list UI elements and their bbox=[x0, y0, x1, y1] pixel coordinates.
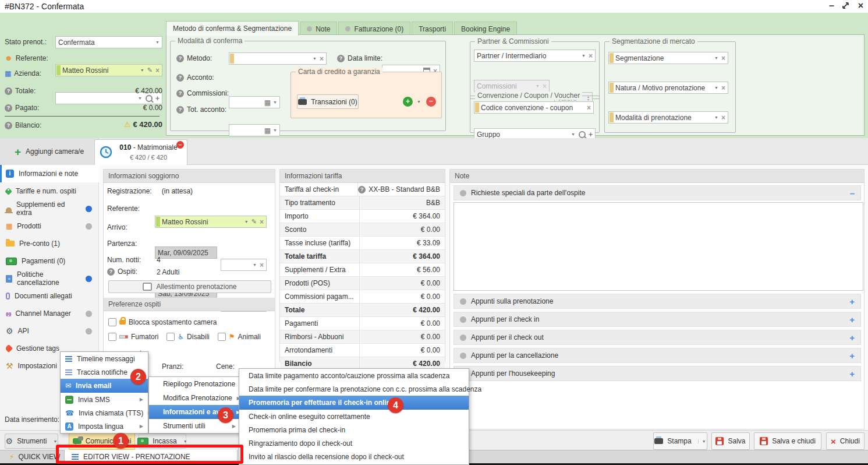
chevron-down-icon[interactable]: ▼ bbox=[273, 128, 277, 132]
fumatori-checkbox[interactable] bbox=[108, 333, 116, 341]
sidebar-item-pagamenti[interactable]: Pagamenti (0) bbox=[0, 252, 99, 270]
tab-trasporti[interactable]: Trasporti bbox=[412, 22, 453, 36]
expand-icon[interactable]: + bbox=[849, 351, 855, 361]
maximize-icon[interactable] bbox=[842, 2, 849, 11]
chevron-down-icon[interactable]: ▼ bbox=[140, 68, 144, 72]
chevron-down-icon[interactable]: ▼ bbox=[313, 57, 317, 61]
strumenti-button[interactable]: ⚙ Strumenti ▼ bbox=[5, 434, 58, 449]
close-window-icon[interactable]: × bbox=[858, 1, 863, 11]
remove-card-icon[interactable]: – bbox=[426, 97, 436, 107]
referente-combo[interactable]: Matteo Rossini ▼✎× bbox=[55, 64, 162, 76]
menu-item-invia-sms[interactable]: ••• Invia SMS ▶ bbox=[61, 393, 148, 406]
metodo-combo[interactable]: ▼× bbox=[229, 52, 327, 65]
room-tab-010[interactable]: 010 - Matrimoniale € 420 / € 420 – bbox=[94, 139, 187, 165]
menu-item-imposta-lingua[interactable]: A Imposta lingua ▶ bbox=[61, 420, 148, 433]
calculator-icon[interactable]: ▦ bbox=[264, 99, 271, 106]
chevron-down-icon[interactable]: ▼ bbox=[714, 56, 718, 60]
natura-motivo-combo[interactable]: Natura / Motivo prenotazione ▼× bbox=[608, 82, 728, 94]
calculator-icon[interactable]: ▦ bbox=[264, 127, 271, 134]
note-section-richieste[interactable]: Richieste speciali da parte dell'ospite … bbox=[454, 185, 861, 200]
clear-icon[interactable]: × bbox=[155, 67, 160, 74]
chevron-down-icon[interactable]: ▼ bbox=[417, 100, 421, 104]
edit-icon[interactable]: ✎ bbox=[251, 218, 257, 226]
chevron-down-icon[interactable]: ▼ bbox=[155, 40, 160, 44]
sidebar-item-preconto[interactable]: Pre-conto (1) bbox=[0, 235, 99, 252]
sidebar-item-informazioni[interactable]: iInformazioni e note bbox=[0, 165, 99, 182]
tab-metodo-conferma[interactable]: Metodo di conferma & Segmentazione bbox=[166, 21, 299, 36]
menu-item-checkin-online-eseguito[interactable]: Check-in online eseguito correttamente bbox=[239, 410, 469, 423]
clear-icon[interactable]: × bbox=[589, 52, 593, 59]
blocca-checkbox[interactable] bbox=[108, 318, 116, 326]
stampa-button[interactable]: Stampa ▼ bbox=[653, 432, 707, 450]
commissioni-field[interactable]: ▦▼ bbox=[229, 124, 280, 136]
chevron-down-icon[interactable]: ▼ bbox=[714, 115, 718, 119]
add-card-icon[interactable]: + bbox=[403, 97, 413, 107]
stato-combo[interactable]: Confermata▼ bbox=[55, 36, 162, 48]
search-icon[interactable] bbox=[579, 131, 586, 138]
arrivo-time-combo[interactable]: ▼× bbox=[221, 259, 267, 271]
sidebar-item-documenti[interactable]: Documenti allegati bbox=[0, 287, 99, 305]
chevron-down-icon[interactable]: ▼ bbox=[582, 54, 586, 58]
chiudi-button[interactable]: × Chiudi bbox=[826, 432, 865, 450]
chevron-down-icon[interactable]: ▼ bbox=[253, 263, 257, 267]
menu-item-data-limite-acconto[interactable]: Data limite pagamento acconto/cauzione p… bbox=[239, 369, 469, 382]
expand-icon[interactable]: + bbox=[849, 333, 855, 343]
menu-item-data-limite-cc[interactable]: Data limite per confermare la prenotazio… bbox=[239, 382, 469, 396]
edit-icon[interactable]: ✎ bbox=[147, 66, 153, 74]
add-room-button[interactable]: + Aggiungi camera/e bbox=[0, 138, 99, 165]
menu-item-promemoria-checkin-online[interactable]: Promemoria per effettuare il check-in on… bbox=[239, 396, 469, 410]
note-section-prenotazione[interactable]: Appunti sulla prenotazione + bbox=[454, 294, 861, 309]
menu-item-promemoria-prima-checkin[interactable]: Promemoria prima del check-in bbox=[239, 423, 469, 436]
clear-icon[interactable]: × bbox=[320, 55, 324, 62]
chevron-down-icon[interactable]: ▼ bbox=[245, 220, 249, 224]
clear-icon[interactable]: × bbox=[721, 114, 725, 121]
sidebar-item-prodotti[interactable]: ▦Prodotti bbox=[0, 217, 99, 235]
expand-icon[interactable]: + bbox=[849, 369, 855, 379]
codice-convenzione-field[interactable]: Codice convenzione - coupon × bbox=[474, 101, 594, 114]
close-room-tab-icon[interactable]: – bbox=[176, 141, 184, 149]
sidebar-item-supplementi[interactable]: Supplementi ed extra bbox=[0, 200, 99, 217]
tab-note[interactable]: Note bbox=[300, 22, 337, 36]
partner-combo[interactable]: Partner / Intermediario ▼× bbox=[474, 50, 596, 62]
collapse-icon[interactable]: – bbox=[850, 188, 855, 198]
animali-checkbox[interactable] bbox=[218, 333, 226, 341]
chevron-down-icon[interactable]: ▼ bbox=[714, 86, 718, 90]
clear-icon[interactable]: × bbox=[260, 219, 264, 226]
expand-icon[interactable]: + bbox=[849, 315, 855, 325]
modalita-prenotazione-combo[interactable]: Modalità di prenotazione ▼× bbox=[608, 111, 728, 124]
tab-booking-engine[interactable]: Booking Engine bbox=[454, 22, 517, 36]
sidebar-item-channel-manager[interactable]: ((•))Channel Manager bbox=[0, 305, 99, 322]
salva-button[interactable]: Salva bbox=[711, 432, 750, 450]
clear-icon[interactable]: × bbox=[587, 104, 591, 111]
add-icon[interactable]: + bbox=[155, 94, 160, 103]
sidebar-item-politiche[interactable]: ≡Politiche cancellazione bbox=[0, 270, 99, 287]
sidebar-item-tariffe[interactable]: Tariffe e num. ospiti bbox=[0, 182, 99, 200]
menu-item-modifica-prenotazione[interactable]: Modifica Prenotazione ▶ bbox=[149, 391, 240, 405]
clear-icon[interactable]: × bbox=[721, 84, 725, 91]
note-section-checkin[interactable]: Appunti per il check in + bbox=[454, 312, 861, 327]
add-icon[interactable]: + bbox=[589, 131, 593, 139]
note-section-cancellazione[interactable]: Appunti per la cancellazione + bbox=[454, 348, 861, 363]
segmentazione-combo[interactable]: Segmentazione ▼× bbox=[608, 52, 728, 64]
chevron-down-icon[interactable]: ▼ bbox=[698, 439, 706, 443]
chevron-down-icon[interactable]: ▼ bbox=[273, 100, 277, 104]
chevron-down-icon[interactable]: ▼ bbox=[571, 132, 575, 136]
menu-item-riepilogo-prenotazione[interactable]: Riepilogo Prenotazione ▶ bbox=[149, 377, 240, 391]
allestimento-button[interactable]: Allestimento prenotazione bbox=[108, 280, 271, 293]
minimize-icon[interactable]: – bbox=[829, 1, 834, 11]
menu-item-ringraziamento-checkout[interactable]: Ringraziamento dopo il check-out bbox=[239, 436, 469, 450]
disabili-checkbox[interactable] bbox=[166, 333, 175, 341]
transazioni-button[interactable]: Transazioni (0) bbox=[297, 94, 359, 109]
richieste-textarea[interactable] bbox=[454, 202, 863, 291]
menu-item-timeline-messaggi[interactable]: Timeline messaggi bbox=[61, 352, 148, 365]
arrivo-date-field[interactable]: Mar, 09/09/2025 bbox=[155, 246, 217, 259]
note-section-checkout[interactable]: Appunti per il check out + bbox=[454, 330, 861, 345]
tab-fatturazione[interactable]: Fatturazione (0) bbox=[338, 22, 410, 36]
sidebar-item-api[interactable]: ⚙API bbox=[0, 322, 99, 340]
clear-icon[interactable]: × bbox=[260, 262, 264, 269]
clear-icon[interactable]: × bbox=[721, 55, 725, 62]
chevron-down-icon[interactable]: ▼ bbox=[138, 96, 142, 100]
note-section-housekeeping[interactable]: Appunti per l'housekeeping + bbox=[454, 366, 861, 381]
acconto-field[interactable]: ▦▼ bbox=[229, 96, 280, 108]
stay-referente-combo[interactable]: Matteo Rossini ▼✎× bbox=[155, 216, 267, 228]
